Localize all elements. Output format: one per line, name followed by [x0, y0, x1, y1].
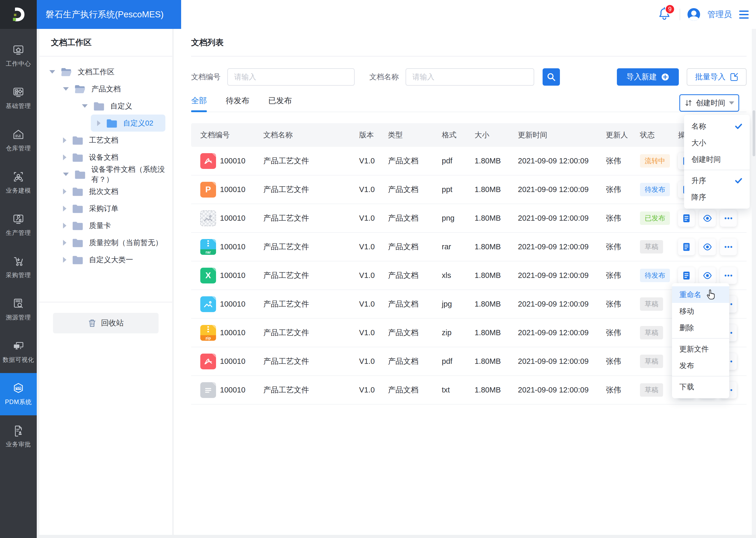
table-row: zip 100010 产品工艺文件 V1.0 产品文档 zip 1.80MB 2…	[191, 319, 746, 347]
caret-right-icon[interactable]	[63, 137, 67, 143]
more-actions-button[interactable]	[720, 267, 737, 284]
batch-import-icon	[730, 73, 738, 81]
sort-field-option[interactable]: 名称	[684, 118, 750, 134]
scrollbar-thumb[interactable]	[753, 110, 755, 156]
context-menu-item[interactable]: 下载	[672, 379, 729, 395]
cell-type: 产品文档	[388, 385, 442, 395]
detail-button[interactable]	[678, 267, 695, 284]
sort-selector[interactable]: 创建时间	[679, 94, 739, 112]
caret-down-icon[interactable]	[63, 87, 69, 91]
status-badge: 草稿	[640, 297, 663, 311]
caret-right-icon[interactable]	[63, 154, 67, 160]
avatar[interactable]	[687, 8, 700, 21]
sidebar-item-approval[interactable]: 业务审批	[0, 415, 37, 457]
status-badge: 待发布	[640, 183, 670, 196]
cell-size: 1.80MB	[475, 271, 518, 280]
sidebar-item-workcenter[interactable]: 工作中心	[0, 35, 37, 77]
caret-right-icon[interactable]	[63, 188, 67, 194]
pdm-icon: PDM	[12, 382, 24, 394]
tab-published[interactable]: 已发布	[268, 95, 292, 112]
tree-item-doc-workspace[interactable]: 文档工作区	[39, 63, 172, 81]
sort-order-option[interactable]: 降序	[684, 189, 750, 205]
tree-item-custom[interactable]: 自定义	[39, 97, 172, 115]
caret-down-icon[interactable]	[82, 104, 88, 108]
context-menu-item[interactable]: 移动	[672, 303, 729, 319]
sidebar-item-production[interactable]: 生产管理	[0, 204, 37, 246]
preview-button[interactable]	[699, 239, 716, 255]
sort-field-option[interactable]: 大小	[684, 134, 750, 151]
sidebar-item-purchase[interactable]: 采购管理	[0, 246, 37, 289]
caret-right-icon[interactable]	[63, 257, 67, 263]
notification-bell-button[interactable]: 9	[658, 6, 672, 23]
cell-format: pdf	[442, 157, 475, 165]
sidebar-item-warehouse[interactable]: 仓库管理	[0, 119, 37, 162]
tab-pending-publish[interactable]: 待发布	[226, 95, 249, 112]
detail-button[interactable]	[678, 239, 695, 255]
table-row: rar 100010 产品工艺文件 V1.0 产品文档 rar 1.80MB 2…	[191, 233, 746, 261]
caret-down-icon[interactable]	[63, 173, 69, 176]
caret-right-icon[interactable]	[63, 206, 67, 211]
detail-button[interactable]	[678, 210, 695, 227]
doc-no-input[interactable]	[227, 68, 354, 86]
sidebar-item-pdm[interactable]: PDM PDM系统	[0, 373, 37, 415]
tree-item-quality-card[interactable]: 质量卡	[39, 217, 172, 234]
table-row: 100010 产品工艺文件 V1.0 产品文档 txt 1.80MB 2021-…	[191, 376, 746, 404]
cell-updated: 2021-09-09 12:00:09	[518, 300, 606, 308]
cell-doc-name: 产品工艺文件	[263, 385, 359, 395]
cell-updater: 张伟	[606, 299, 640, 309]
tree-item-label: 设备文档	[89, 152, 118, 162]
document-icon	[682, 271, 691, 280]
recycle-bin-button[interactable]: 回收站	[53, 313, 159, 333]
caret-right-icon[interactable]	[63, 240, 67, 245]
caret-right-icon[interactable]	[97, 120, 101, 126]
folder-icon	[72, 238, 83, 247]
more-actions-button[interactable]	[720, 210, 737, 227]
context-menu-item[interactable]: 删除	[672, 319, 729, 336]
tree-item-product-docs[interactable]: 产品文档	[39, 81, 172, 97]
search-button[interactable]	[543, 68, 560, 86]
username[interactable]: 管理员	[707, 9, 732, 20]
sort-selector-value: 创建时间	[696, 98, 725, 108]
file-type-icon	[200, 382, 216, 398]
context-menu-item[interactable]: 更新文件	[672, 341, 729, 357]
cell-type: 产品文档	[388, 213, 442, 224]
tree-item-batch-docs[interactable]: 批次文档	[39, 183, 172, 200]
preview-button[interactable]	[699, 267, 716, 284]
vertical-scrollbar[interactable]	[752, 29, 756, 535]
more-actions-button[interactable]	[720, 239, 737, 255]
table-row: P 100010 产品工艺文件 V1.0 产品文档 ppt 1.80MB 202…	[191, 176, 746, 204]
preview-button[interactable]	[699, 210, 716, 227]
context-menu-item[interactable]: 发布	[672, 357, 729, 374]
tree-item-quality-control[interactable]: 质量控制（当前暂无）	[39, 234, 172, 251]
menu-icon[interactable]	[739, 11, 749, 19]
sort-field-option[interactable]: 创建时间	[684, 151, 750, 168]
sidebar-item-base-mgmt[interactable]: 基础管理	[0, 77, 37, 119]
cell-updated: 2021-09-09 12:00:09	[518, 214, 606, 223]
tree-item-equipment-parts-docs[interactable]: 设备零件文档（系统没有？）	[39, 166, 172, 183]
col-updater: 更新人	[606, 130, 640, 140]
tree-item-custom-category-1[interactable]: 自定义大类一	[39, 251, 172, 268]
col-status: 状态	[640, 130, 678, 140]
import-new-button[interactable]: 导入新建	[617, 68, 679, 86]
sidebar-item-trace[interactable]: 溯源管理	[0, 289, 37, 331]
caret-right-icon[interactable]	[63, 223, 67, 229]
tab-all[interactable]: 全部	[191, 95, 207, 112]
tree-panel-title: 文档工作区	[39, 29, 172, 56]
tree-item-equipment-docs[interactable]: 设备文档	[39, 149, 172, 166]
purchase-icon	[12, 255, 24, 267]
batch-import-button[interactable]: 批量导入	[687, 68, 746, 86]
sidebar-item-modeling[interactable]: 业务建模	[0, 162, 37, 204]
doc-name-input[interactable]	[405, 68, 534, 86]
horizontal-scrollbar-track[interactable]	[37, 535, 756, 538]
cell-type: 产品文档	[388, 299, 442, 309]
context-menu-item[interactable]: 重命名	[672, 286, 729, 303]
tree-item-process-docs[interactable]: 工艺文档	[39, 132, 172, 149]
sort-order-option[interactable]: 升序	[684, 172, 750, 189]
open-folder-icon	[74, 84, 86, 94]
tree-item-custom-02-selected[interactable]: 自定义02	[91, 115, 165, 132]
sidebar-item-dataviz[interactable]: 数据可视化	[0, 331, 37, 373]
cell-version: V1.0	[359, 271, 388, 280]
doc-lines-glyph	[203, 385, 213, 395]
tree-item-purchase-orders[interactable]: 采购订单	[39, 200, 172, 217]
caret-down-icon[interactable]	[49, 70, 55, 74]
